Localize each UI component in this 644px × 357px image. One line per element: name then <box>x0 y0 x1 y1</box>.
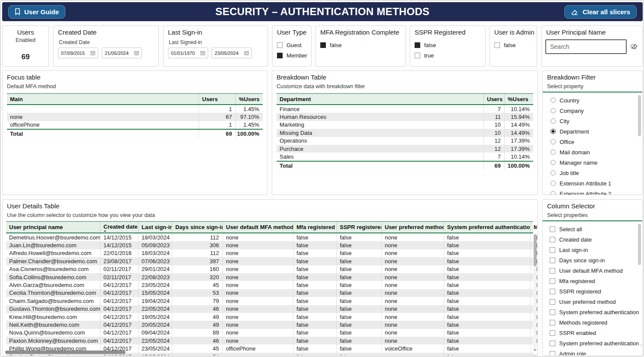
column-header[interactable]: Days since sign-in <box>172 222 223 233</box>
table-cell: 02/11/2017 <box>100 273 138 281</box>
checkbox-option[interactable]: Select all <box>550 224 643 234</box>
table-row[interactable]: Purchace1217.39% <box>277 145 533 153</box>
table-row[interactable]: Sales710.14% <box>277 153 533 160</box>
checkbox-option[interactable]: SSPR registered <box>550 286 643 296</box>
last-sign-in-start-input[interactable]: 01/01/1970 <box>168 48 208 58</box>
table-row[interactable]: Nova.Quinn@bsuredemo.com04/12/201709/04/… <box>6 329 533 337</box>
column-header[interactable]: SSPR registered <box>337 222 382 233</box>
radio-glyph <box>551 108 556 113</box>
checkbox-option[interactable]: Guest <box>277 40 307 50</box>
column-header[interactable]: User principal name <box>6 222 100 233</box>
clear-all-slicers-button[interactable]: Clear all slicers <box>564 5 637 19</box>
radio-option[interactable]: Extension Attribute 2 <box>551 188 611 195</box>
checkbox-option[interactable]: false <box>415 40 436 50</box>
checkbox-option[interactable]: System preferred authentication ... <box>550 338 643 348</box>
column-header[interactable]: Users <box>484 94 505 104</box>
column-header[interactable]: %Users <box>236 94 263 104</box>
checkbox-option[interactable]: SSPR enabled <box>550 328 643 338</box>
table-row[interactable]: none6797.10% <box>7 113 263 121</box>
column-header[interactable]: Mfa registered <box>293 222 337 233</box>
table-cell: 04/12/2017 <box>100 313 138 321</box>
radio-option[interactable]: Mail domain <box>551 147 611 157</box>
table-row[interactable]: Neil.Keith@bsuredemo.com04/12/201720/05/… <box>6 321 533 328</box>
table-cell: 10.14% <box>505 105 533 113</box>
checkbox-option[interactable]: User default MFA method <box>550 265 643 276</box>
column-header[interactable]: Users <box>199 94 236 104</box>
scrollbar-thumb[interactable] <box>5 351 126 354</box>
table-row[interactable]: Finance710.14% <box>277 105 533 113</box>
scrollbar-thumb[interactable] <box>638 224 641 265</box>
column-header[interactable]: Last sign-in <box>138 222 172 233</box>
scrollbar-thumb[interactable] <box>534 234 537 266</box>
column-header[interactable]: M <box>531 222 537 233</box>
checkbox-option[interactable]: Last sign-in <box>550 245 643 255</box>
breakdown-filter-title: Breakdown Filter <box>547 73 596 81</box>
radio-option[interactable]: Department <box>551 126 611 137</box>
radio-option[interactable]: Country <box>551 95 611 105</box>
radio-option[interactable]: Job title <box>551 168 611 178</box>
table-row[interactable]: Marketing1014.49% <box>277 121 533 129</box>
table-row[interactable]: Human Resources1115.94% <box>277 113 533 121</box>
checkbox-option[interactable]: false <box>320 40 341 50</box>
radio-option[interactable]: Company <box>551 105 611 116</box>
column-header[interactable]: Department <box>277 94 484 104</box>
upn-search-input[interactable] <box>546 43 630 50</box>
table-row[interactable]: officePhone11.45% <box>7 121 263 129</box>
checkbox-option[interactable]: Created date <box>550 234 643 245</box>
table-row[interactable]: Cecilia.Thornton@bsuredemo.com04/12/2017… <box>6 289 533 297</box>
table-row[interactable]: 11.45% <box>7 105 263 113</box>
created-date-end-input[interactable]: 21/05/2024 <box>102 48 142 58</box>
radio-option[interactable]: Office <box>551 137 611 147</box>
radio-option[interactable]: City <box>551 116 611 126</box>
column-header[interactable]: %Users <box>505 94 533 104</box>
sspr-registered-title: SSPR Registered <box>415 29 466 36</box>
table-cell: Total <box>277 162 484 170</box>
table-cell: 22/05/2024 <box>138 337 172 344</box>
table-cell: none <box>223 321 293 328</box>
table-row[interactable]: Missing Data1014.49% <box>277 129 533 137</box>
checkbox-option[interactable]: Member <box>277 50 307 61</box>
checkbox-option[interactable]: Mfa registered <box>550 276 643 286</box>
created-date-start-input[interactable]: 07/09/2015 <box>58 48 98 58</box>
checkbox-option[interactable]: User preferred method <box>550 296 643 307</box>
table-row[interactable]: Operations1217.39% <box>277 137 533 145</box>
table-cell: 1 <box>199 105 236 113</box>
option-label: SSPR registered <box>559 288 601 295</box>
column-header[interactable]: Created date▲ <box>100 222 138 233</box>
column-header[interactable]: System preferred authentication <box>444 222 531 233</box>
checkbox-glyph <box>550 268 555 274</box>
checkbox-glyph <box>550 341 555 346</box>
radio-option[interactable]: Extension Attribute 1 <box>551 178 611 188</box>
scrollbar-thumb[interactable] <box>638 95 641 136</box>
checkbox-option[interactable]: System preferred authentication <box>550 307 643 317</box>
table-row[interactable]: Alfredo.Howell@bsuredemo.com22/01/201618… <box>6 249 533 257</box>
user-details-horizontal-scrollbar <box>4 351 532 354</box>
checkbox-option[interactable]: true <box>415 50 436 61</box>
clear-slicer-eraser-icon[interactable] <box>631 42 639 51</box>
table-row[interactable]: Chaim.Salgado@bsuredemo.com04/12/201719/… <box>6 297 533 305</box>
table-row[interactable]: Juan.Lin@bsuredemo.com14/12/201505/09/20… <box>6 241 533 249</box>
checkbox-option[interactable]: false <box>494 40 515 50</box>
checkbox-option[interactable]: Admin role <box>550 348 643 356</box>
table-cell: 04/12/2017 <box>100 281 138 289</box>
table-row[interactable]: Alvin.Garza@bsuredemo.com04/12/201723/05… <box>6 281 533 289</box>
radio-option[interactable]: Manager name <box>551 157 611 168</box>
table-row[interactable]: Paxton.Mckinney@bsuredemo.com04/12/20172… <box>6 337 533 344</box>
table-row[interactable]: Total69100.00% <box>277 161 533 170</box>
table-row[interactable]: Palmer.Chandler@bsuredemo.com23/08/20170… <box>6 257 533 265</box>
table-row[interactable]: Sofia.Collins@bsuredemo.com02/11/201722/… <box>6 273 533 281</box>
last-sign-in-end-input[interactable]: 23/05/2024 <box>212 48 252 58</box>
column-header[interactable]: Main <box>7 94 199 104</box>
table-row[interactable]: Krew.Hill@bsuredemo.com04/12/201719/05/2… <box>6 313 533 321</box>
table-row[interactable]: Demetrius.Hoover@bsuredemo.com14/12/2015… <box>6 233 533 241</box>
column-selector-title: Column Selector <box>547 202 595 210</box>
users-enabled-value: 69 <box>3 53 48 61</box>
table-row[interactable]: Asa.Cisneros@bsuredemo.com02/11/201729/0… <box>6 265 533 273</box>
column-header[interactable]: User preferred method <box>382 222 444 233</box>
column-header[interactable]: User default MFA method <box>223 222 293 233</box>
table-row[interactable]: Total69100.00% <box>7 129 263 138</box>
checkbox-option[interactable]: Days since sign-in <box>550 255 643 265</box>
table-cell: 97.10% <box>236 113 263 121</box>
checkbox-option[interactable]: Methods registered <box>550 317 643 328</box>
table-row[interactable]: Gustavo.Thornton@bsuredemo.com04/12/2017… <box>6 305 533 313</box>
